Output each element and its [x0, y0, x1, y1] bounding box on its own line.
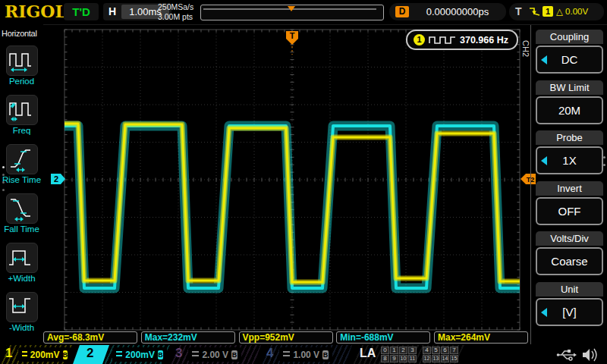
menu-item-value[interactable]: OFF — [536, 197, 603, 225]
measurement-readout[interactable]: Max=264mV — [434, 331, 528, 344]
digital-channel-15[interactable]: 15 — [450, 355, 458, 362]
menu-item-volts-div[interactable]: Volts/DivCoarse — [536, 231, 603, 275]
measurement-readout[interactable]: Avg=-68.3mV — [43, 331, 137, 344]
menu-item-value[interactable]: 20M — [536, 96, 603, 124]
digital-channel-3[interactable]: 3 — [408, 347, 417, 354]
menu-item-title: Coupling — [536, 30, 603, 44]
square-wave-icon — [429, 35, 456, 45]
measure-item-freq[interactable]: Freq — [0, 95, 43, 135]
ch2-trace — [64, 126, 530, 288]
measurement-readout[interactable]: Vpp=952mV — [239, 331, 333, 344]
ch2-offset-marker[interactable]: 2 — [51, 174, 65, 184]
digital-channel-1[interactable]: 1 — [390, 347, 398, 354]
digital-channel-7[interactable]: 7 — [450, 347, 458, 354]
channel-2-status[interactable]: 2200mVB — [73, 345, 170, 364]
measure-item-fall-time[interactable]: Fall Time — [0, 193, 43, 234]
measurement-readout[interactable]: Max=232mV — [141, 331, 235, 344]
la-label: LA — [360, 347, 376, 360]
left-arrow-icon — [541, 156, 547, 165]
freq-button[interactable] — [6, 95, 38, 125]
channel-4-status[interactable]: 41.00 VB — [261, 345, 352, 364]
dc-coupling-icon — [283, 351, 290, 358]
channel-1-status[interactable]: 1200mVB — [0, 345, 73, 364]
digital-channel-4[interactable]: 4 — [423, 347, 431, 354]
measure-item-rise-time[interactable]: Rise Time — [0, 144, 43, 184]
digital-channel-14[interactable]: 14 — [441, 355, 449, 362]
digital-channel-5[interactable]: 5 — [432, 347, 440, 354]
menu-item-invert[interactable]: InvertOFF — [536, 181, 603, 225]
digital-channel-8[interactable]: 8 — [381, 355, 389, 362]
svg-text:2: 2 — [54, 174, 58, 184]
channel-scale-value: 1.00 V — [293, 350, 319, 360]
svg-text:T: T — [290, 31, 295, 40]
channel-number: 2 — [86, 346, 93, 361]
horizontal-label: H — [109, 5, 116, 17]
measure-item-label: Period — [0, 77, 43, 86]
menu-item-title: Probe — [536, 130, 603, 145]
top-status-bar: RIGOL T'D H 1.00ms 250MSa/s 3.00M pts D … — [0, 0, 607, 25]
trigger-level-value: △ 0.00V — [556, 3, 588, 20]
measure-item-label: Fall Time — [0, 224, 43, 234]
left-arrow-icon — [541, 308, 547, 317]
dc-coupling-icon — [192, 351, 199, 358]
freq-counter-channel-badge: 1 — [414, 34, 425, 46]
menu-item-title: Unit — [536, 282, 603, 297]
menu-item-value[interactable]: Coarse — [536, 247, 603, 275]
freq-icon — [7, 96, 36, 123]
digital-channel-11[interactable]: 11 — [408, 355, 417, 362]
menu-item-title: Volts/Div — [536, 231, 603, 246]
measure-item-period[interactable]: Period — [0, 46, 43, 86]
la-status[interactable]: LA0123456789101112131415 — [352, 345, 466, 364]
measure-item-label: Rise Time — [0, 175, 43, 184]
trigger-info-box[interactable]: T 1 △ 0.00V — [509, 3, 604, 20]
menu-item-value[interactable]: [V] — [536, 298, 603, 326]
trigger-position-marker[interactable]: T — [286, 31, 298, 55]
measurement-readout[interactable]: Min=-688mV — [336, 331, 430, 344]
trigger-status-badge[interactable]: T'D — [64, 3, 99, 20]
trigger-level-marker[interactable]: T2 — [521, 174, 536, 184]
digital-channel-13[interactable]: 13 — [432, 355, 440, 362]
page-indicator-dot — [2, 166, 5, 168]
menu-item-title: Invert — [536, 181, 603, 196]
digital-channel-10[interactable]: 10 — [399, 355, 407, 362]
measure-menu-title: Horizontal — [2, 29, 37, 38]
measure-item-minus-width[interactable]: -Width — [0, 292, 43, 332]
channel-scale-box: 200mVB — [18, 347, 71, 362]
dc-coupling-icon — [22, 351, 27, 358]
menu-item-probe[interactable]: Probe1X — [536, 130, 603, 174]
fall-time-button[interactable] — [6, 193, 38, 224]
digital-channel-2[interactable]: 2 — [399, 347, 407, 354]
waveform-memory-bar[interactable] — [200, 5, 384, 20]
ch1-trace-fuzz — [64, 124, 530, 282]
rise-time-button[interactable] — [6, 144, 38, 174]
delay-icon: D — [395, 6, 409, 17]
menu-item-value[interactable]: DC — [536, 46, 603, 74]
rigol-logo: RIGOL — [5, 2, 67, 21]
measure-item-label: Freq — [0, 126, 43, 135]
memory-depth: 3.00M pts — [158, 12, 193, 22]
menu-item-bw-limit[interactable]: BW Limit20M — [536, 80, 603, 124]
plus-width-button[interactable] — [6, 243, 38, 273]
usb-icon — [557, 350, 577, 360]
digital-channel-6[interactable]: 6 — [441, 347, 449, 354]
period-button[interactable] — [6, 46, 38, 76]
ch2-menu-tab: CH2 — [521, 38, 530, 59]
channel-scale-box: 2.00 VB — [188, 347, 241, 362]
digital-channel-9[interactable]: 9 — [390, 355, 398, 362]
digital-channel-0[interactable]: 0 — [381, 347, 389, 354]
measure-item-plus-width[interactable]: +Width — [0, 243, 43, 283]
falling-edge-icon — [529, 7, 540, 17]
bw-limit-icon: B — [322, 350, 329, 359]
channel-3-status[interactable]: 32.00 VB — [170, 345, 261, 364]
trigger-label: T — [515, 5, 522, 17]
measure-menu: Horizontal PeriodFreqRise TimeFall Time+… — [0, 24, 43, 345]
digital-channel-12[interactable]: 12 — [423, 355, 431, 362]
menu-page-dot — [603, 164, 605, 166]
menu-item-value[interactable]: 1X — [536, 146, 603, 174]
minus-width-button[interactable] — [6, 292, 38, 322]
memory-waveform-icon — [201, 5, 382, 18]
delay-box[interactable]: D 0.00000000ps — [389, 3, 506, 20]
channel-number: 1 — [5, 346, 12, 361]
menu-item-unit[interactable]: Unit[V] — [536, 282, 603, 326]
menu-item-coupling[interactable]: CouplingDC — [536, 30, 603, 74]
